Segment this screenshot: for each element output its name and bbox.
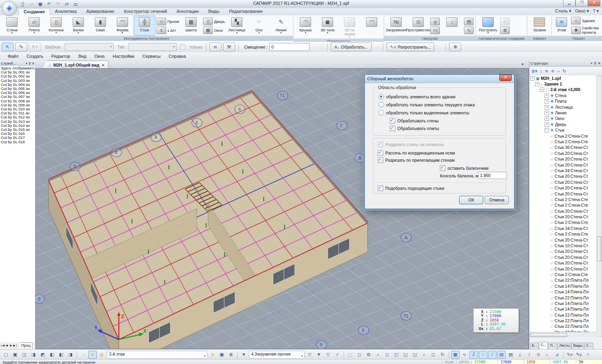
home-icon[interactable]: ⌂ — [540, 69, 543, 73]
apply-check-icon[interactable]: ✓ — [333, 351, 342, 359]
tree-joint-item[interactable]: ▱Стык 20:Стена-Ст — [529, 150, 597, 156]
lamp-on-icon[interactable]: ● — [88, 351, 97, 359]
tree-vscrollbar[interactable] — [596, 75, 602, 337]
tool-spectrum-icon[interactable]: ∿ — [464, 26, 474, 34]
tool-Этаж[interactable]: ≡Этаж — [553, 16, 570, 36]
lamp-box-icon[interactable]: ◍ — [98, 351, 106, 359]
tree-joint-item[interactable]: ▱Стык 20:Стена-Ст — [529, 179, 597, 185]
tool-Колонна[interactable]: ▯Колонна▼ — [45, 16, 67, 36]
database-button[interactable]: ≋ — [209, 43, 222, 51]
tree-joint-item[interactable]: ▱Стык 14:Плита-Пл — [529, 301, 597, 306]
tool-Проем[interactable]: ◇Проем — [157, 18, 179, 25]
tool-Стык[interactable]: ╬Стык — [134, 16, 155, 36]
ruler-icon[interactable]: / — [525, 351, 533, 359]
ribbon-tab-Армирование[interactable]: Армирование — [81, 8, 119, 15]
radio-current-floor[interactable]: обработать только элементы текущего этаж… — [378, 102, 475, 108]
cancel-button[interactable]: Отмена — [485, 196, 509, 204]
ribbon-tab-Редактирование[interactable]: Редактирование — [224, 8, 268, 15]
tool-Ферма[interactable]: ◠Ферма▼ — [112, 16, 133, 36]
console-length-input[interactable] — [478, 172, 507, 179]
check-process-walls[interactable]: Обрабатывать стены — [390, 118, 439, 124]
cube-frame-icon[interactable]: ◻ — [429, 351, 437, 359]
radio-whole-building[interactable]: обработать элементы всего здания — [378, 94, 456, 100]
save-icon[interactable]: ◼ — [37, 1, 44, 7]
tool-Окно[interactable]: ▦Окно — [203, 26, 225, 34]
close-button[interactable]: ✕ — [588, 0, 600, 6]
tree-joint-item[interactable]: ▱Стык 14:Плита-Пл — [529, 307, 597, 312]
tool-Свойства проекта[interactable]: ✱Свойства проекта — [571, 26, 602, 35]
cube-copy-icon[interactable]: ⬚ — [346, 351, 354, 359]
funnel-x-icon[interactable]: ▽ — [305, 351, 314, 359]
tool-Уровни[interactable]: Уровни — [529, 16, 550, 36]
layers-icon[interactable]: ≣ — [227, 351, 235, 359]
view-model-green-icon[interactable]: ◧ — [57, 351, 65, 359]
tab-list-dropdown-icon[interactable]: ▼ — [521, 63, 524, 66]
refresh-icon[interactable]: ↻ — [563, 69, 566, 74]
stamp-icon[interactable]: ⊥ — [516, 351, 524, 359]
filter-icon[interactable]: ▼ — [240, 351, 248, 359]
menu-Справка[interactable]: Справка — [165, 53, 189, 59]
tree-joint-item[interactable]: ▱Стык 20:Стена-Ст — [529, 162, 597, 168]
sketch-y-icon[interactable]: ✎y — [575, 351, 583, 359]
tree-joint-item[interactable]: ▱Стык 22:Плита-Пл — [529, 278, 597, 283]
floor-select[interactable]: 2-й этаж▼ — [107, 351, 207, 359]
tree-expander-icon[interactable]: − — [530, 76, 535, 81]
tree-joint-item[interactable]: ▱Стык 20:Стена-Ст — [529, 249, 597, 254]
grid-icon[interactable]: ▦ — [451, 351, 460, 359]
settings-box-button[interactable]: ❋ — [449, 43, 461, 51]
process-tab[interactable]: Проц — [18, 342, 33, 349]
tree-hscrollbar[interactable] — [529, 332, 597, 337]
sketch-x-icon[interactable]: ✎x — [565, 351, 574, 359]
tree-joint-item[interactable]: ▱Стык 20:Стена-Ст — [529, 266, 597, 272]
book2-icon[interactable]: ▤ — [506, 351, 515, 359]
angle-icon[interactable]: ⊿ — [553, 351, 561, 359]
line-snap-icon[interactable]: / — [488, 351, 496, 359]
sync-icon[interactable]: ⇄ — [63, 1, 70, 7]
check-pick-joints[interactable]: Подобрать подходящие стыки — [378, 185, 444, 191]
menu-Настройки[interactable]: Настройки — [109, 53, 138, 59]
new-file-icon[interactable]: ▯ — [19, 1, 26, 7]
center-icon[interactable]: ⊙ — [534, 351, 543, 359]
slope-snap-icon[interactable]: ∿ — [460, 351, 469, 359]
tree-category-Плита[interactable]: +❖Плита — [529, 99, 597, 104]
cube-iso-icon[interactable]: ◲ — [411, 351, 419, 359]
tree-joint-item[interactable]: ▱Стык 36:Стена-Ст — [529, 145, 597, 150]
tree-expander-icon[interactable]: − — [535, 82, 539, 86]
tree-joint-item[interactable]: ▱Стык 20:Стена-Ст — [529, 208, 597, 214]
cube-top-icon[interactable]: ◱ — [401, 351, 410, 359]
tool-Линия[interactable]: ✎Линия▼ — [270, 16, 292, 36]
panel-tab-Виды[interactable]: Виды — [571, 343, 584, 349]
tool-Свая[interactable]: ▮Свая — [89, 16, 111, 36]
window-save-icon[interactable]: ◨ — [29, 351, 38, 359]
panel-tab-С...[interactable]: С... — [584, 343, 593, 349]
layout-icon[interactable]: ⚌ ▾ — [72, 1, 79, 7]
pin-icon[interactable]: ⚲ — [28, 61, 31, 65]
view-tab[interactable]: ⌂ M2H_1.spf:Общий вид ✕ — [43, 61, 108, 69]
tree-joint-item[interactable]: ▱Стык 20:Стена-Ст — [529, 191, 597, 197]
tree-expander-icon[interactable]: + — [545, 116, 549, 121]
tree-joint-item[interactable]: ▱Стык 2:Стена-Сте — [529, 139, 597, 144]
dialog-close-icon[interactable]: ✕ — [499, 75, 512, 81]
menu-Создать[interactable]: Создать — [23, 53, 47, 59]
tree-joint-item[interactable]: ▱Стык 2:Стена-Сте — [529, 203, 597, 208]
tool-± ΔН[interactable]: ±± ΔН — [157, 26, 179, 34]
panel-close-icon[interactable]: ✕ — [32, 61, 35, 65]
tool-Крыша[interactable]: ◠Крыша▼ — [295, 16, 316, 39]
lamp2-icon[interactable]: ● — [208, 351, 217, 359]
menu-Вид[interactable]: Вид — [75, 53, 90, 59]
menu-Окна[interactable]: Окна — [91, 53, 108, 59]
panel-tab-С...[interactable]: С... — [539, 342, 548, 349]
ribbon-tab-Конструктор сечений[interactable]: Конструктор сечений — [119, 8, 172, 15]
book-icon[interactable]: ▤ — [497, 351, 506, 359]
radio-selected-elements[interactable]: обработать только выделенные элементы — [378, 110, 469, 116]
tree-expander-icon[interactable]: − — [545, 128, 549, 132]
window-new-icon[interactable]: ▢ — [2, 351, 10, 359]
tool-Лестница[interactable]: ▚Лестница▼ — [226, 16, 248, 36]
tree-category-Окно[interactable]: +❖Окно — [529, 116, 597, 122]
point-snap-icon[interactable]: ∴ — [479, 351, 487, 359]
tree-expander-icon[interactable]: − — [540, 87, 544, 92]
tree-building[interactable]: −⌂Здание 1 — [529, 81, 597, 87]
panel-menu-icon[interactable]: ▼ — [590, 62, 593, 65]
tool-Дверь[interactable]: ▯Дверь — [203, 18, 225, 25]
zoom-select-icon[interactable]: ⌕ — [374, 351, 382, 359]
